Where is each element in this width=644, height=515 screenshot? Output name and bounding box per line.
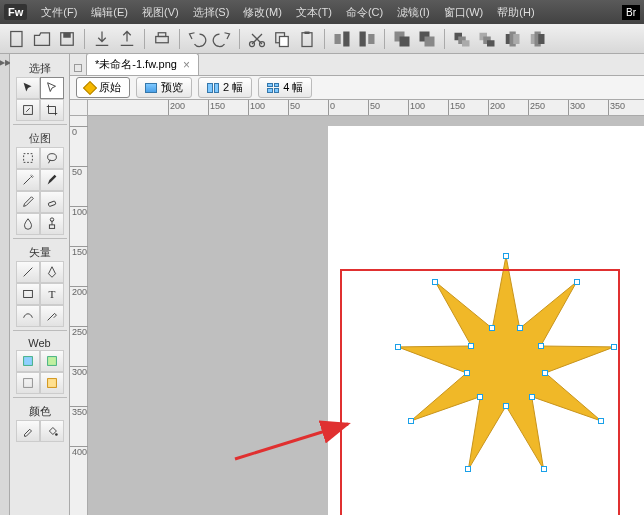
menu-help[interactable]: 帮助(H) xyxy=(491,3,540,22)
svg-rect-27 xyxy=(513,34,519,44)
wand-tool[interactable] xyxy=(16,169,40,191)
menu-edit[interactable]: 编辑(E) xyxy=(85,3,134,22)
open-button[interactable] xyxy=(31,28,53,50)
lasso-tool[interactable] xyxy=(40,147,64,169)
view-2up-button[interactable]: 2 幅 xyxy=(198,77,252,98)
rect-tool[interactable] xyxy=(16,283,40,305)
blur-tool[interactable] xyxy=(16,213,40,235)
paste-button[interactable] xyxy=(296,28,318,50)
pointer-tool[interactable] xyxy=(16,77,40,99)
menu-modify[interactable]: 修改(M) xyxy=(237,3,288,22)
horizontal-ruler: 2001501005005010015020025030035040045050… xyxy=(88,100,644,116)
document-area: *未命名-1.fw.png × 原始 预览 2 幅 4 幅 2001501005… xyxy=(70,54,644,515)
align-button-1[interactable] xyxy=(331,28,353,50)
menu-select[interactable]: 选择(S) xyxy=(187,3,236,22)
selection-handle[interactable] xyxy=(517,325,523,331)
menu-window[interactable]: 窗口(W) xyxy=(438,3,490,22)
stamp-tool[interactable] xyxy=(40,213,64,235)
pen-tool[interactable] xyxy=(40,261,64,283)
freeform-tool[interactable] xyxy=(16,305,40,327)
selection-handle[interactable] xyxy=(395,344,401,350)
selection-handle[interactable] xyxy=(529,394,535,400)
selection-handle[interactable] xyxy=(468,343,474,349)
view-original-button[interactable]: 原始 xyxy=(76,77,130,98)
selection-handle[interactable] xyxy=(465,466,471,472)
selection-handle[interactable] xyxy=(538,343,544,349)
menubar: Fw 文件(F) 编辑(E) 视图(V) 选择(S) 修改(M) 文本(T) 命… xyxy=(0,0,644,24)
group-button-1[interactable] xyxy=(391,28,413,50)
image-icon xyxy=(145,83,157,93)
tab-menu-icon[interactable] xyxy=(74,64,82,72)
toolbar-separator xyxy=(84,29,85,49)
canvas[interactable] xyxy=(88,116,644,515)
show-slice-tool[interactable] xyxy=(40,372,64,394)
selection-handle[interactable] xyxy=(542,370,548,376)
arrange-button-1[interactable] xyxy=(451,28,473,50)
menu-command[interactable]: 命令(C) xyxy=(340,3,389,22)
subselect-tool[interactable] xyxy=(40,77,64,99)
svg-rect-30 xyxy=(538,34,544,44)
selection-handle[interactable] xyxy=(503,403,509,409)
arrange-button-4[interactable] xyxy=(526,28,548,50)
document-tab[interactable]: *未命名-1.fw.png × xyxy=(86,53,199,75)
selection-handle[interactable] xyxy=(574,279,580,285)
selection-handle[interactable] xyxy=(477,394,483,400)
svg-rect-16 xyxy=(400,36,410,46)
selection-handle[interactable] xyxy=(408,418,414,424)
svg-rect-4 xyxy=(158,32,166,36)
color-section-title: 颜色 xyxy=(29,404,51,419)
selection-handle[interactable] xyxy=(611,344,617,350)
hide-slice-tool[interactable] xyxy=(16,372,40,394)
svg-rect-11 xyxy=(335,34,341,44)
arrange-button-2[interactable] xyxy=(476,28,498,50)
bucket-tool[interactable] xyxy=(40,420,64,442)
line-tool[interactable] xyxy=(16,261,40,283)
selection-handle[interactable] xyxy=(489,325,495,331)
content-area: ▶▶ 选择 位图 矢量 xyxy=(0,54,644,515)
view-4up-button[interactable]: 4 幅 xyxy=(258,77,312,98)
expand-panel-icon[interactable]: ▶▶ xyxy=(0,58,11,67)
brush-tool[interactable] xyxy=(40,169,64,191)
new-button[interactable] xyxy=(6,28,28,50)
svg-rect-34 xyxy=(48,201,56,207)
knife-tool[interactable] xyxy=(40,305,64,327)
document-tabbar: *未命名-1.fw.png × xyxy=(70,54,644,76)
menu-file[interactable]: 文件(F) xyxy=(35,3,83,22)
copy-button[interactable] xyxy=(271,28,293,50)
eraser-tool[interactable] xyxy=(40,191,64,213)
grid4-icon xyxy=(267,83,279,93)
redo-button[interactable] xyxy=(211,28,233,50)
cut-button[interactable] xyxy=(246,28,268,50)
export-button[interactable] xyxy=(116,28,138,50)
bridge-badge[interactable]: Br xyxy=(622,5,640,20)
group-button-2[interactable] xyxy=(416,28,438,50)
align-button-2[interactable] xyxy=(356,28,378,50)
menu-view[interactable]: 视图(V) xyxy=(136,3,185,22)
selection-handle[interactable] xyxy=(541,466,547,472)
close-tab-icon[interactable]: × xyxy=(183,58,190,72)
panel-gutter: ▶▶ xyxy=(0,54,10,515)
view-preview-button[interactable]: 预览 xyxy=(136,77,192,98)
save-button[interactable] xyxy=(56,28,78,50)
pencil-tool[interactable] xyxy=(16,191,40,213)
menu-filter[interactable]: 滤镜(I) xyxy=(391,3,435,22)
hotspot-tool[interactable] xyxy=(16,350,40,372)
tools-panel: 选择 位图 矢量 xyxy=(10,54,70,515)
print-button[interactable] xyxy=(151,28,173,50)
text-tool[interactable]: T xyxy=(40,283,64,305)
selection-handle[interactable] xyxy=(464,370,470,376)
import-button[interactable] xyxy=(91,28,113,50)
arrange-button-3[interactable] xyxy=(501,28,523,50)
slice-tool[interactable] xyxy=(40,350,64,372)
canvas-wrap: 2001501005005010015020025030035040045050… xyxy=(70,100,644,515)
undo-button[interactable] xyxy=(186,28,208,50)
scale-tool[interactable] xyxy=(16,99,40,121)
selection-handle[interactable] xyxy=(503,253,509,259)
selection-handle[interactable] xyxy=(598,418,604,424)
eyedropper-tool[interactable] xyxy=(16,420,40,442)
menu-text[interactable]: 文本(T) xyxy=(290,3,338,22)
marquee-tool[interactable] xyxy=(16,147,40,169)
selection-handle[interactable] xyxy=(432,279,438,285)
crop-tool[interactable] xyxy=(40,99,64,121)
toolbar-separator xyxy=(384,29,385,49)
